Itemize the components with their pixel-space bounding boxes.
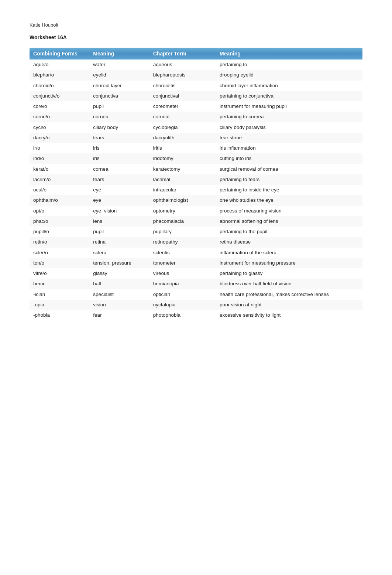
table-cell: ciliary body [89,122,149,133]
table-cell: specialist [89,289,149,300]
table-row: phac/olensphacomalaciaabnormal softening… [30,216,362,227]
table-cell: tension, pressure [89,258,149,268]
table-cell: irid/o [30,153,89,164]
table-cell: water [89,59,149,70]
table-cell: instrument for measuring pressure [216,258,362,268]
table-cell: fear [89,310,149,320]
table-cell: process of measuring vision [216,206,362,216]
table-cell: scleritis [149,248,216,258]
table-cell: scler/o [30,248,89,258]
table-cell: pupillary [149,227,216,237]
table-row: -opiavisionnyctalopiapoor vision at nigh… [30,300,362,310]
table-cell: conjunctiv/o [30,91,89,101]
table-cell: eye [89,195,149,205]
header-chapter-term: Chapter Term [149,48,216,59]
table-cell: keratectomy [149,164,216,174]
table-cell: phac/o [30,216,89,227]
table-cell: ir/o [30,143,89,153]
header-combining-forms: Combining Forms [30,48,89,59]
table-cell: conjunctiva [89,91,149,101]
table-row: -phobiafearphotophobiaexcessive sensitiv… [30,310,362,320]
table-cell: eyelid [89,70,149,80]
table-cell: choroid layer [89,81,149,91]
table-cell: retina [89,237,149,247]
table-cell: ciliary body paralysis [216,122,362,133]
table-cell: iris inflammation [216,143,362,153]
table-cell: intraocular [149,185,216,195]
table-row: scler/osclerascleritisinflammation of th… [30,248,362,258]
table-row: ocul/oeyeintraocularpertaining to inside… [30,185,362,195]
table-cell: cornea [89,112,149,122]
table-cell: hemi- [30,279,89,289]
table-cell: inflammation of the sclera [216,248,362,258]
table-row: kerat/ocorneakeratectomysurgical removal… [30,164,362,174]
table-cell: half [89,279,149,289]
table-cell: ophthalm/o [30,195,89,205]
table-cell: lens [89,216,149,227]
table-row: ton/otension, pressuretonometerinstrumen… [30,258,362,268]
table-cell: pertaining to cornea [216,112,362,122]
table-row: cycl/ociliary bodycycloplegiaciliary bod… [30,122,362,133]
table-cell: iris [89,143,149,153]
table-cell: core/o [30,101,89,112]
table-cell: ophthalmologist [149,195,216,205]
table-cell: optician [149,289,216,300]
table-cell: corne/o [30,112,89,122]
table-row: corne/ocorneacornealpertaining to cornea [30,112,362,122]
table-cell: abnormal softening of lens [216,216,362,227]
table-cell: cornea [89,164,149,174]
table-cell: lacrim/o [30,174,89,185]
table-row: lacrim/otearslacrimalpertaining to tears [30,174,362,185]
table-cell: pertaining to inside the eye [216,185,362,195]
table-cell: choroid/o [30,81,89,91]
table-cell: health care professional, makes correcti… [216,289,362,300]
table-cell: choroid layer inflammation [216,81,362,91]
table-cell: iridotomy [149,153,216,164]
header-meaning-2: Meaning [216,48,362,59]
table-cell: tear stone [216,133,362,143]
table-row: aque/owateraqueouspertaining to [30,59,362,70]
worksheet-title: Worksheet 16A [30,34,362,40]
table-cell: ocul/o [30,185,89,195]
table-cell: opt/o [30,206,89,216]
table-row: hemi-halfhemianopiablindness over half f… [30,279,362,289]
table-cell: one who studies the eye [216,195,362,205]
table-cell: blephar/o [30,70,89,80]
table-cell: pertaining to tears [216,174,362,185]
table-cell: blindness over half field of vision [216,279,362,289]
table-cell: lacrimal [149,174,216,185]
table-cell: tears [89,133,149,143]
table-cell: iritis [149,143,216,153]
table-cell: eye [89,185,149,195]
table-row: irid/oirisiridotomycutting into iris [30,153,362,164]
table-cell: iris [89,153,149,164]
table-row: core/opupilcoreometerinstrument for meas… [30,101,362,112]
table-cell: poor vision at night [216,300,362,310]
table-cell: tears [89,174,149,185]
table-cell: corneal [149,112,216,122]
table-cell: pupil [89,227,149,237]
table-cell: pertaining to the pupil [216,227,362,237]
table-cell: coreometer [149,101,216,112]
table-cell: choroiditis [149,81,216,91]
table-row: pupill/opupilpupillarypertaining to the … [30,227,362,237]
table-row: -icianspecialistopticianhealth care prof… [30,289,362,300]
vocabulary-table: Combining Forms Meaning Chapter Term Mea… [30,48,362,320]
table-cell: aqueous [149,59,216,70]
table-cell: hemianopia [149,279,216,289]
table-row: conjunctiv/oconjunctivaconjunctivalperta… [30,91,362,101]
table-cell: surgical removal of cornea [216,164,362,174]
table-row: retin/oretinaretinopathyretina disease [30,237,362,247]
table-cell: cycloplegia [149,122,216,133]
table-cell: sclera [89,248,149,258]
table-row: blephar/oeyelidblepharoptosisdrooping ey… [30,70,362,80]
table-cell: photophobia [149,310,216,320]
table-cell: cutting into iris [216,153,362,164]
table-cell: pertaining to [216,59,362,70]
table-cell: phacomalacia [149,216,216,227]
table-cell: vitre/o [30,268,89,279]
header-meaning-1: Meaning [89,48,149,59]
table-header-row: Combining Forms Meaning Chapter Term Mea… [30,48,362,59]
table-cell: vireous [149,268,216,279]
table-cell: dacry/o [30,133,89,143]
